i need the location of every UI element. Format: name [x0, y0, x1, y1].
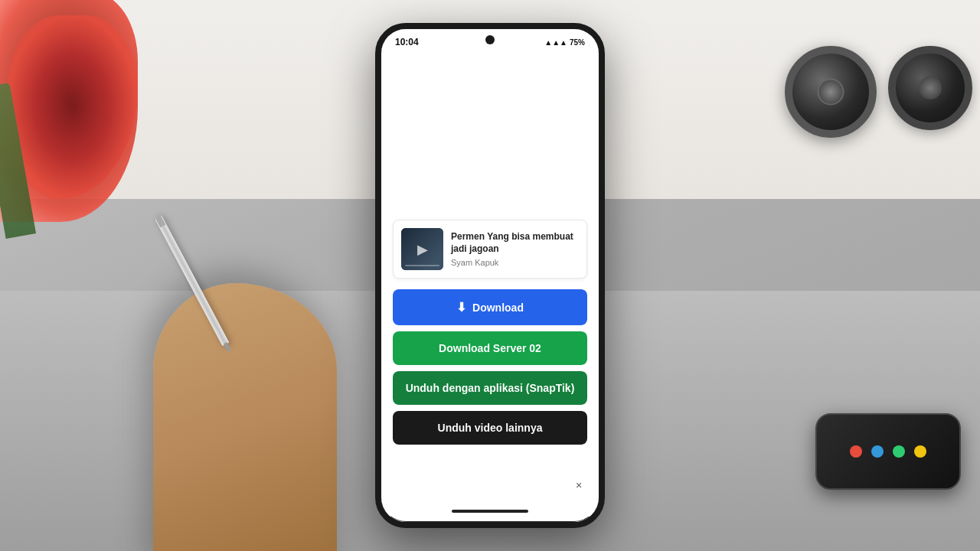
- close-button[interactable]: ×: [570, 477, 587, 494]
- download-server2-button[interactable]: Download Server 02: [393, 331, 587, 365]
- background: 10:04 ▲▲▲ 75% Permen Y: [0, 0, 980, 551]
- flower-decoration: [0, 0, 168, 260]
- status-time: 10:04: [395, 37, 419, 47]
- game-controller: [815, 413, 961, 490]
- status-icons: ▲▲▲ 75%: [544, 38, 585, 47]
- video-title: Permen Yang bisa membuat jadi jagoan: [451, 231, 579, 255]
- phone-camera: [485, 35, 495, 44]
- download-icon: ⬇: [456, 300, 466, 315]
- status-battery: 75%: [570, 38, 585, 47]
- controller-btn-blue: [871, 445, 884, 458]
- controller-btn-green: [893, 445, 905, 458]
- download-app-button[interactable]: Unduh dengan aplikasi (SnapTik): [393, 371, 587, 405]
- status-signal: ▲▲▲: [544, 38, 567, 47]
- hand: [153, 253, 368, 551]
- download-label: Download: [472, 302, 524, 314]
- video-info: Permen Yang bisa membuat jadi jagoan Sya…: [451, 231, 579, 266]
- controller-btn-red: [850, 445, 862, 458]
- video-card: Permen Yang bisa membuat jadi jagoan Sya…: [393, 220, 587, 279]
- video-author: Syam Kapuk: [451, 258, 579, 267]
- controller-btn-yellow: [914, 445, 926, 458]
- download-app-label: Unduh dengan aplikasi (SnapTik): [406, 382, 575, 394]
- download-other-label: Unduh video lainnya: [438, 422, 543, 434]
- video-thumbnail: [401, 228, 443, 270]
- speakers: [785, 46, 972, 138]
- download-server2-label: Download Server 02: [439, 342, 541, 354]
- home-bar: [452, 510, 528, 513]
- phone: 10:04 ▲▲▲ 75% Permen Y: [375, 23, 605, 528]
- download-other-button[interactable]: Unduh video lainnya: [393, 411, 587, 445]
- download-button[interactable]: ⬇ Download: [393, 289, 587, 325]
- close-icon: ×: [576, 479, 582, 491]
- phone-content: Permen Yang bisa membuat jadi jagoan Sya…: [381, 51, 599, 517]
